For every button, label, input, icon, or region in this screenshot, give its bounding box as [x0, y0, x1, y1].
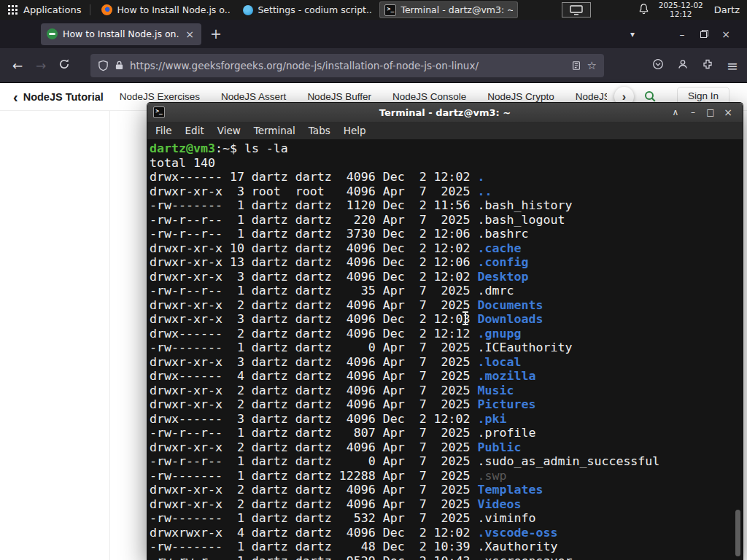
site-nav-item[interactable]: NodeJS Assert [221, 91, 286, 102]
directory-name: .gnupg [478, 327, 522, 341]
applications-menu[interactable]: Applications [0, 0, 88, 20]
terminal-line: -rw-r--r-- 1 dartz dartz 0 Apr 7 2025 .s… [150, 454, 743, 469]
terminal-line: -rw-r--r-- 1 dartz dartz 35 Apr 7 2025 .… [150, 284, 743, 298]
desktop-screen: Applications How to Install Node.js o...… [0, 0, 747, 560]
directory-name: .config [478, 255, 529, 269]
file-name: .xscreensaver [478, 554, 573, 560]
file-name: .ICEauthority [478, 341, 573, 354]
taskbar-item-label: How to Install Node.js o... [117, 4, 230, 15]
site-back-chevron-icon[interactable]: ‹ [13, 90, 18, 104]
systray-display-icon[interactable] [562, 2, 591, 18]
new-tab-button[interactable]: + [210, 27, 222, 41]
terminal-titlebar[interactable]: >_ Terminal - dartz@vm3: ~ ∧ – □ × [147, 103, 743, 122]
terminal-line: -rw-rw-r-- 1 dartz dartz 9529 Dec 2 10:4… [150, 554, 743, 560]
terminal-line: drwxr-xr-x 2 dartz dartz 4096 Apr 7 2025… [150, 483, 743, 497]
forward-button[interactable]: → [29, 58, 53, 73]
terminal-line: -rw------- 1 dartz dartz 12288 Apr 7 202… [150, 469, 743, 483]
taskbar-item-settings[interactable]: Settings - codium script... [238, 1, 376, 18]
extensions-icon[interactable] [702, 58, 713, 73]
menu-terminal[interactable]: Terminal [247, 125, 302, 136]
site-nav-item[interactable]: NodeJS Buffer [307, 91, 371, 102]
tracking-shield-icon[interactable] [98, 60, 109, 71]
terminal-line: -rw------- 1 dartz dartz 48 Dec 2 10:39 … [150, 540, 743, 554]
terminal-prompt-line: dartz@vm3:~$ ls -la [150, 141, 743, 156]
menu-hamburger-icon[interactable]: ≡ [727, 58, 738, 74]
taskbar-item-label: Settings - codium script... [258, 4, 371, 15]
terminal-line: drwxr-xr-x 3 dartz dartz 4096 Dec 2 12:0… [150, 312, 743, 327]
window-minimize-icon[interactable]: – [671, 28, 693, 40]
window-close-icon[interactable]: × [715, 28, 737, 40]
site-nav-item[interactable]: NodeJS Exercises [120, 91, 200, 102]
directory-name: . [478, 170, 485, 184]
terminal-title: Terminal - dartz@vm3: ~ [147, 107, 743, 118]
lock-icon[interactable] [115, 60, 124, 71]
site-nav-links: NodeJS Exercises NodeJS Assert NodeJS Bu… [120, 91, 607, 102]
terminal-line: drwxr-xr-x 2 dartz dartz 4096 Apr 7 2025… [150, 497, 743, 512]
terminal-window: >_ Terminal - dartz@vm3: ~ ∧ – □ × File … [147, 102, 743, 560]
url-text[interactable]: https://www.geeksforgeeks.org/node-js/in… [130, 60, 565, 71]
menu-edit[interactable]: Edit [179, 125, 211, 136]
terminal-minimize-icon[interactable]: – [684, 106, 702, 118]
notifications-bell-icon[interactable] [638, 3, 649, 18]
terminal-line: drwxr-xr-x 2 dartz dartz 4096 Apr 7 2025… [150, 397, 743, 412]
pocket-icon[interactable] [652, 58, 664, 73]
codium-icon [243, 5, 253, 15]
tab-close-icon[interactable]: × [184, 28, 196, 40]
site-nav-item[interactable]: NodeJS DNS [576, 91, 607, 102]
directory-name: .. [478, 184, 492, 198]
bookmark-star-icon[interactable]: ☆ [587, 59, 597, 72]
menu-view[interactable]: View [211, 125, 247, 136]
tabbar-right-controls: ▾ – × [630, 28, 747, 40]
terminal-close-icon[interactable]: × [719, 106, 737, 118]
site-nav-item[interactable]: NodeJS Console [392, 91, 466, 102]
file-name: .profile [478, 426, 536, 440]
url-bar[interactable]: https://www.geeksforgeeks.org/node-js/in… [90, 54, 604, 77]
terminal-line: drwxrwxr-x 4 dartz dartz 4096 Dec 2 12:0… [150, 526, 743, 540]
browser-tab-bar: How to Install Node.js on... × + ▾ – × [0, 20, 747, 48]
monitor-icon [570, 5, 583, 15]
back-button[interactable]: ← [6, 58, 29, 73]
browser-tab[interactable]: How to Install Node.js on... × [41, 23, 201, 45]
terminal-maximize-icon[interactable]: □ [702, 106, 719, 118]
navbar-right-icons: ≡ [652, 58, 747, 74]
terminal-line: drwxr-xr-x 3 root root 4096 Apr 7 2025 .… [150, 184, 743, 199]
menu-tabs[interactable]: Tabs [302, 125, 337, 136]
list-all-tabs-icon[interactable]: ▾ [630, 29, 635, 39]
panel-separator [90, 4, 90, 15]
taskbar-item-browser[interactable]: How to Install Node.js o... [96, 1, 235, 18]
terminal-line: drwx------ 17 dartz dartz 4096 Dec 2 12:… [150, 170, 743, 184]
site-nav-title[interactable]: NodeJS Tutorial [23, 91, 104, 103]
terminal-window-controls: ∧ – □ × [667, 106, 737, 118]
directory-name: Pictures [478, 397, 536, 411]
menu-help[interactable]: Help [337, 125, 373, 136]
terminal-line: -rw-r--r-- 1 dartz dartz 220 Apr 7 2025 … [150, 213, 743, 228]
panel-clock[interactable]: 2025-12-02 12:12 [659, 1, 703, 18]
gfg-favicon [47, 28, 58, 39]
terminal-scrollbar-thumb[interactable] [735, 510, 740, 556]
menu-file[interactable]: File [149, 125, 179, 136]
taskbar-item-terminal[interactable]: >_ Terminal - dartz@vm3: ~ [379, 1, 518, 18]
window-restore-icon[interactable] [693, 28, 715, 40]
terminal-line: drwxr-xr-x 2 dartz dartz 4096 Apr 7 2025… [150, 384, 743, 398]
file-name: .bashrc [478, 227, 529, 241]
account-icon[interactable] [677, 58, 689, 73]
file-name: .viminfo [478, 511, 536, 525]
user-label: Dartz [713, 4, 740, 15]
site-nav-item[interactable]: NodeJS Crypto [487, 91, 554, 102]
reader-view-icon[interactable] [571, 61, 581, 71]
directory-name: Videos [478, 497, 522, 511]
terminal-line: drwx------ 2 dartz dartz 4096 Dec 2 12:1… [150, 327, 743, 341]
restore-glyph [700, 30, 708, 38]
file-name: .sudo_as_admin_successful [478, 454, 660, 468]
terminal-line: drwxr-xr-x 13 dartz dartz 4096 Dec 2 12:… [150, 255, 743, 270]
terminal-shade-icon[interactable]: ∧ [667, 106, 684, 118]
refresh-button[interactable] [53, 58, 76, 73]
clock-date: 2025-12-02 [659, 1, 703, 10]
directory-name: Music [478, 384, 514, 397]
firefox-icon [101, 4, 112, 15]
terminal-body[interactable]: dartz@vm3:~$ ls -la total 140 drwx------… [147, 139, 743, 560]
directory-name: .cache [478, 241, 522, 255]
terminal-scrollbar[interactable] [735, 141, 742, 560]
prompt-suffix: :~$ [215, 141, 244, 155]
terminal-line: -rw-r--r-- 1 dartz dartz 3730 Dec 2 12:0… [150, 227, 743, 241]
